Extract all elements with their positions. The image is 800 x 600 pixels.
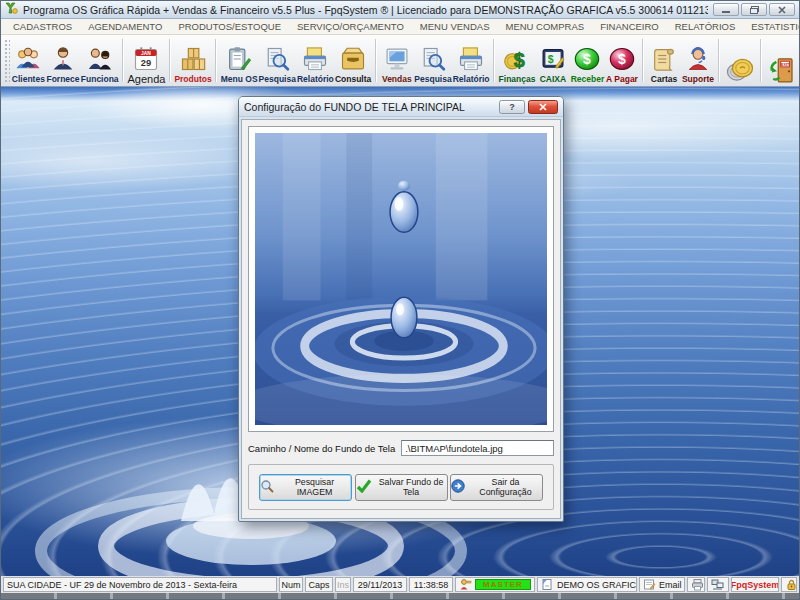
toolbar-button-financas[interactable]: $Finanças bbox=[498, 36, 536, 85]
menu-item-menu-compras[interactable]: MENU COMPRAS bbox=[497, 19, 592, 35]
toolbar-button-label: Funciona bbox=[81, 74, 119, 85]
menu-item-relatorios[interactable]: RELATÓRIOS bbox=[667, 19, 744, 35]
network-computers-icon bbox=[711, 578, 724, 591]
menubar: CADASTROSAGENDAMENTOPRODUTOS/ESTOQUESERV… bbox=[1, 19, 799, 35]
employees-icon bbox=[86, 42, 114, 74]
toolbar-button-a-pagar[interactable]: $A Pagar bbox=[605, 36, 639, 85]
toolbar-button-funciona[interactable]: Funciona bbox=[80, 36, 119, 85]
search-image-button[interactable]: Pesquisar IMAGEM bbox=[259, 474, 352, 501]
toolbar-button-label: Consulta bbox=[335, 74, 371, 85]
app-logo-icon bbox=[5, 1, 18, 19]
menu-item-financeiro[interactable]: FINANCEIRO bbox=[592, 19, 667, 35]
demo-page-icon bbox=[541, 578, 554, 591]
toolbar-button-label: Pesquisa bbox=[414, 74, 451, 85]
dialog-help-button[interactable]: ? bbox=[499, 100, 525, 114]
toolbar-button-clientes[interactable]: Clientes bbox=[11, 36, 46, 85]
toolbar: ClientesForneceFuncionaJAN29AgendaProdut… bbox=[1, 35, 799, 87]
blue-arrow-icon bbox=[451, 479, 465, 495]
menu-item-servico-orcamento[interactable]: SERVIÇO/ORÇAMENTO bbox=[289, 19, 412, 35]
statusbar-segment-location: SUA CIDADE - UF 29 de Novembro de 2013 -… bbox=[3, 577, 277, 592]
statusbar-segment-email: Email bbox=[639, 577, 685, 592]
statusbar-segment-network bbox=[707, 577, 729, 592]
maximize-button[interactable] bbox=[741, 3, 767, 16]
sales-monitor-icon bbox=[383, 42, 411, 74]
menu-item-cadastros[interactable]: CADASTROS bbox=[5, 19, 80, 35]
water-drop-preview-image bbox=[255, 133, 547, 425]
toolbar-button-label: Fornece bbox=[46, 74, 79, 85]
path-label: Caminho / Nome do Fundo de Tela bbox=[248, 443, 395, 454]
toolbar-separator bbox=[375, 39, 377, 82]
printer-icon bbox=[691, 578, 704, 591]
toolbar-button-exit-door[interactable]: EXIT bbox=[765, 36, 799, 85]
magnifier-icon bbox=[260, 479, 274, 495]
menu-item-menu-vendas[interactable]: MENU VENDAS bbox=[412, 19, 498, 35]
toolbar-button-label: Menu OS bbox=[221, 74, 258, 85]
svg-text:EXIT: EXIT bbox=[781, 63, 790, 67]
toolbar-button-receber[interactable]: $Receber bbox=[570, 36, 605, 85]
menu-item-produtos-estoque[interactable]: PRODUTOS/ESTOQUE bbox=[170, 19, 289, 35]
save-background-button[interactable]: Salvar Fundo de Tela bbox=[355, 474, 448, 501]
svg-text:$: $ bbox=[514, 49, 525, 71]
exit-door-icon: EXIT bbox=[767, 53, 797, 85]
toolbar-separator bbox=[215, 39, 217, 82]
toolbar-button-agenda[interactable]: JAN29Agenda bbox=[127, 36, 166, 85]
search-document-icon bbox=[419, 42, 447, 74]
toolbar-button-fornece[interactable]: Fornece bbox=[46, 36, 81, 85]
coins-icon bbox=[725, 53, 755, 85]
titlebar: Programa OS Gráfica Rápida + Vendas & Fi… bbox=[1, 1, 799, 19]
toolbar-grip bbox=[4, 39, 10, 82]
report-printer-icon bbox=[457, 42, 485, 74]
toolbar-button-label: CAIXA bbox=[540, 74, 566, 85]
toolbar-button-vendas[interactable]: Vendas bbox=[380, 36, 414, 85]
toolbar-separator bbox=[122, 39, 124, 82]
window-title: Programa OS Gráfica Rápida + Vendas & Fi… bbox=[23, 4, 708, 16]
svg-text:29: 29 bbox=[141, 58, 151, 68]
toolbar-button-label: Relatório bbox=[297, 74, 334, 85]
dialog-title: Configuração do FUNDO DE TELA PRINCIPAL bbox=[244, 101, 496, 113]
toolbar-button-consulta[interactable]: Consulta bbox=[334, 36, 372, 85]
dialog-body: Caminho / Nome do Fundo de Tela Pesquisa… bbox=[241, 119, 561, 519]
toolbar-button-relatorio[interactable]: Relatório bbox=[452, 36, 490, 85]
toolbar-button-label: Produtos bbox=[174, 74, 211, 85]
close-button[interactable] bbox=[769, 3, 795, 16]
toolbar-button-label: Cartas bbox=[651, 74, 677, 85]
exit-configuration-button[interactable]: Sair da Configuração bbox=[450, 474, 543, 501]
path-input[interactable] bbox=[401, 440, 554, 456]
toolbar-button-menu-os[interactable]: Menu OS bbox=[220, 36, 258, 85]
workspace-background: Configuração do FUNDO DE TELA PRINCIPAL … bbox=[1, 87, 799, 576]
toolbar-button-pesquisa[interactable]: Pesquisa bbox=[414, 36, 452, 85]
toolbar-button-produtos[interactable]: Produtos bbox=[174, 36, 212, 85]
file-drawer-icon bbox=[339, 42, 367, 74]
toolbar-button-label: Agenda bbox=[128, 74, 166, 85]
products-icon bbox=[179, 42, 207, 74]
green-check-icon bbox=[356, 479, 372, 495]
menu-item-estatistica[interactable]: ESTATISTICA bbox=[743, 19, 800, 35]
report-printer-icon bbox=[301, 42, 329, 74]
toolbar-button-suporte[interactable]: Suporte bbox=[681, 36, 715, 85]
toolbar-separator bbox=[169, 39, 171, 82]
pay-money-icon: $ bbox=[608, 42, 636, 74]
toolbar-button-caixa[interactable]: $CAIXA bbox=[536, 36, 570, 85]
finance-dollar-icon: $ bbox=[503, 42, 531, 74]
toolbar-button-label: Vendas bbox=[382, 74, 412, 85]
calendar-icon: JAN29 bbox=[132, 42, 160, 74]
toolbar-button-label: Clientes bbox=[12, 74, 45, 85]
toolbar-button-label: Finanças bbox=[499, 74, 536, 85]
toolbar-button-coins[interactable] bbox=[723, 36, 757, 85]
email-note-icon bbox=[643, 578, 656, 591]
toolbar-button-label: Receber bbox=[571, 74, 605, 85]
dialog-button-group: Pesquisar IMAGEM Salvar Fundo de Tela Sa… bbox=[248, 464, 554, 510]
menu-item-agendamento[interactable]: AGENDAMENTO bbox=[80, 19, 170, 35]
minimize-button[interactable] bbox=[713, 3, 739, 16]
background-preview-panel bbox=[248, 126, 554, 432]
toolbar-button-pesquisa[interactable]: Pesquisa bbox=[258, 36, 296, 85]
statusbar-segment-master: MASTER bbox=[455, 577, 535, 592]
statusbar-segment-demo: DEMO OS GRAFICA 5.5 bbox=[537, 577, 637, 592]
supplier-icon bbox=[49, 42, 77, 74]
clients-icon bbox=[14, 42, 42, 74]
dialog-titlebar[interactable]: Configuração do FUNDO DE TELA PRINCIPAL … bbox=[239, 97, 563, 117]
toolbar-button-relatorio[interactable]: Relatório bbox=[296, 36, 334, 85]
dialog-close-button[interactable] bbox=[528, 100, 558, 114]
toolbar-button-label: A Pagar bbox=[606, 74, 638, 85]
toolbar-button-cartas[interactable]: Cartas bbox=[647, 36, 681, 85]
